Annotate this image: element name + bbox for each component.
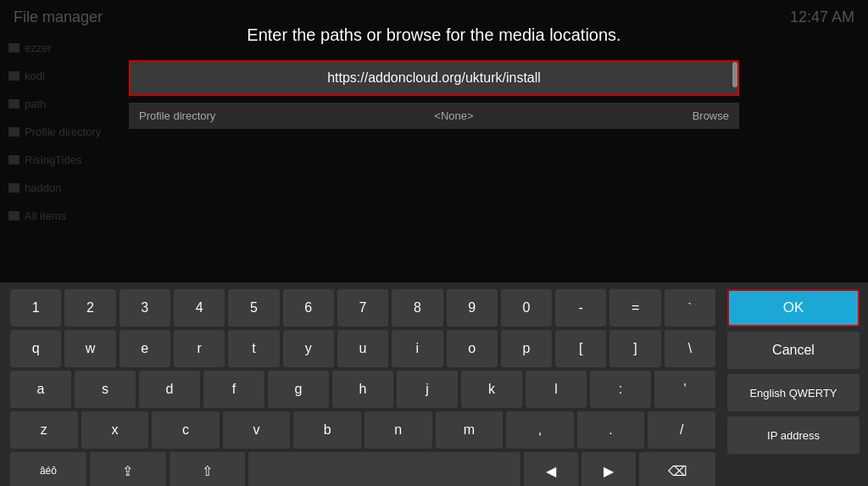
key-r[interactable]: r: [174, 330, 225, 367]
ok-button[interactable]: OK: [727, 289, 860, 327]
key-n[interactable]: n: [364, 411, 432, 449]
key-b[interactable]: b: [293, 411, 361, 449]
key-k[interactable]: k: [461, 371, 522, 408]
key-e[interactable]: e: [120, 330, 170, 367]
profile-value: <None>: [434, 109, 473, 122]
key-capslock[interactable]: ⇪: [90, 452, 166, 486]
key-0[interactable]: 0: [501, 289, 552, 327]
key-equals[interactable]: =: [609, 289, 660, 327]
key-accent[interactable]: âéō: [10, 452, 86, 486]
key-row-asdf: a s d f g h j k l : ': [10, 371, 715, 408]
key-y[interactable]: y: [283, 330, 334, 367]
key-m[interactable]: m: [436, 411, 504, 449]
key-w[interactable]: w: [64, 330, 115, 367]
url-input[interactable]: [129, 60, 739, 96]
key-q[interactable]: q: [10, 330, 61, 367]
key-row-special: âéō ⇪ ⇧ ◀ ▶ ⌫: [10, 452, 715, 486]
key-s[interactable]: s: [75, 371, 136, 408]
key-d[interactable]: d: [139, 371, 200, 408]
ip-address-button[interactable]: IP address: [727, 416, 860, 454]
profile-label: Profile directory: [139, 109, 215, 122]
key-6[interactable]: 6: [283, 289, 334, 327]
keyboard-layout-button[interactable]: English QWERTY: [727, 374, 860, 411]
key-p[interactable]: p: [501, 330, 552, 367]
key-c[interactable]: c: [152, 411, 220, 449]
browse-button[interactable]: Browse: [693, 109, 729, 122]
url-input-container: [129, 60, 739, 96]
key-5[interactable]: 5: [228, 289, 279, 327]
key-period[interactable]: .: [577, 411, 645, 449]
dialog-prompt: Enter the paths or browse for the media …: [247, 25, 620, 45]
key-rbracket[interactable]: ]: [609, 330, 660, 367]
key-3[interactable]: 3: [120, 289, 170, 327]
key-1[interactable]: 1: [10, 289, 61, 327]
key-shift[interactable]: ⇧: [170, 452, 246, 486]
key-v[interactable]: v: [223, 411, 291, 449]
key-f[interactable]: f: [203, 371, 264, 408]
key-z[interactable]: z: [10, 411, 78, 449]
key-space[interactable]: [248, 452, 520, 486]
key-slash[interactable]: /: [648, 411, 715, 449]
keyboard-actions: OK Cancel English QWERTY IP address: [722, 282, 868, 486]
key-backslash[interactable]: \: [665, 330, 715, 367]
key-t[interactable]: t: [228, 330, 279, 367]
key-row-zxcv: z x c v b n m , . /: [10, 411, 715, 449]
key-colon[interactable]: :: [590, 371, 651, 408]
key-o[interactable]: o: [447, 330, 498, 367]
key-9[interactable]: 9: [447, 289, 498, 327]
key-a[interactable]: a: [10, 371, 71, 408]
key-apostrophe[interactable]: ': [654, 371, 715, 408]
key-row-qwerty: q w e r t y u i o p [ ] \: [10, 330, 715, 367]
key-minus[interactable]: -: [555, 289, 606, 327]
key-l[interactable]: l: [526, 371, 587, 408]
key-j[interactable]: j: [397, 371, 458, 408]
key-backtick[interactable]: `: [665, 289, 715, 327]
key-left[interactable]: ◀: [524, 452, 578, 486]
scroll-indicator: [732, 62, 737, 87]
key-8[interactable]: 8: [392, 289, 442, 327]
keyboard-keys: 1 2 3 4 5 6 7 8 9 0 - = ` q w e r t y u …: [0, 282, 722, 486]
key-backspace[interactable]: ⌫: [639, 452, 715, 486]
key-x[interactable]: x: [81, 411, 149, 449]
key-4[interactable]: 4: [174, 289, 225, 327]
key-row-numbers: 1 2 3 4 5 6 7 8 9 0 - = `: [10, 289, 715, 327]
key-7[interactable]: 7: [337, 289, 388, 327]
profile-row: Profile directory <None> Browse: [129, 103, 739, 129]
key-lbracket[interactable]: [: [555, 330, 606, 367]
keyboard-area: 1 2 3 4 5 6 7 8 9 0 - = ` q w e r t y u …: [0, 282, 868, 486]
key-g[interactable]: g: [268, 371, 329, 408]
cancel-button[interactable]: Cancel: [727, 332, 860, 369]
key-i[interactable]: i: [392, 330, 442, 367]
key-h[interactable]: h: [332, 371, 393, 408]
key-2[interactable]: 2: [64, 289, 115, 327]
key-right[interactable]: ▶: [581, 452, 636, 486]
key-comma[interactable]: ,: [506, 411, 574, 449]
key-u[interactable]: u: [337, 330, 388, 367]
